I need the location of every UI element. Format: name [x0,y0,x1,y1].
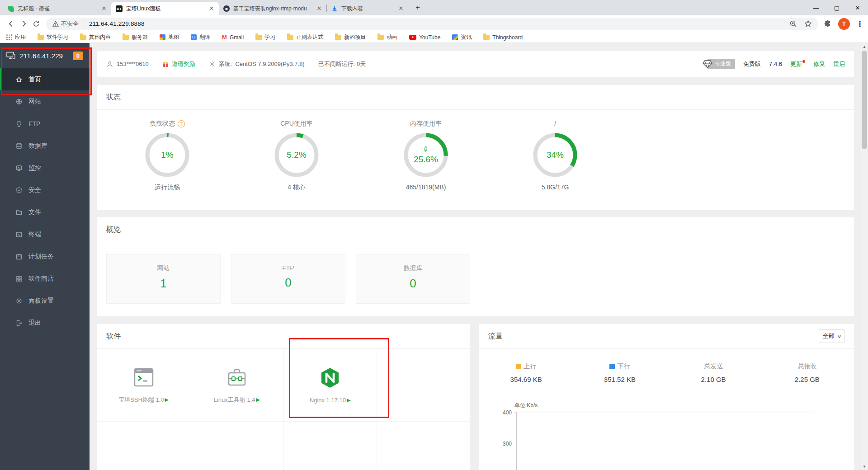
bookmark-folder[interactable]: Thingsboard [483,34,523,41]
sidebar-server-header[interactable]: 211.64.41.229 0 [0,43,90,68]
sidebar-item-files[interactable]: 文件 [0,201,90,223]
gauge-value: 34% [547,150,564,160]
window-minimize-button[interactable]: — [806,0,826,15]
restart-link[interactable]: 重启 [833,60,845,68]
repair-link[interactable]: 修复 [813,60,825,68]
sidebar-item-database[interactable]: 数据库 [0,135,90,157]
tab-title: 无标题 · 语雀 [18,5,97,13]
window-maximize-button[interactable]: ▢ [826,0,847,15]
bookmark-gmail[interactable]: MGmail [222,34,244,41]
card-value: 0 [356,277,470,291]
bookmark-label: 服务器 [132,33,148,41]
tab-close-icon[interactable]: ✕ [208,5,215,12]
bookmark-folder[interactable]: 其他内容 [80,33,111,41]
forward-button[interactable] [17,18,30,30]
run-icon[interactable]: ▶ [347,397,350,403]
card-value: 0 [231,276,345,290]
invite-reward-link[interactable]: 邀请奖励 [162,60,195,68]
bookmark-folder[interactable]: 动画 [377,33,397,41]
bookmark-label: 其他内容 [89,33,111,41]
scrollbar-down-arrow[interactable]: ▼ [861,463,868,470]
software-item-label: Nginx 1.17.10 [310,397,346,404]
scrollbar-up-arrow[interactable]: ▲ [861,43,868,50]
sidebar-item-website[interactable]: 网站 [0,90,90,113]
window-close-button[interactable]: ✕ [847,0,868,15]
tab-close-icon[interactable]: ✕ [316,5,323,12]
bookmark-maps[interactable]: 地图 [160,33,179,41]
sidebar-item-security[interactable]: 安全 [0,179,90,201]
browser-tab-bar: 无标题 · 语雀 ✕ BT 宝塔Linux面板 ✕ ◉ 基于宝塔安装nginx-… [0,0,868,15]
terminal-icon [15,231,23,238]
monitor-icon [15,164,23,172]
run-icon[interactable]: ▶ [256,397,260,403]
reload-button[interactable] [30,18,42,30]
extensions-puzzle-icon[interactable] [824,20,832,28]
translate-icon: G [191,34,197,40]
help-icon[interactable]: ? [178,120,185,127]
bookmark-folder[interactable]: 正则表达式 [287,33,323,41]
sidebar-item-label: 软件商店 [28,275,54,283]
server-ip: 211.64.41.229 [20,52,63,60]
sidebar-item-logout[interactable]: 退出 [0,312,90,334]
invite-label: 邀请奖励 [172,60,195,68]
tab-nginx-article[interactable]: ◉ 基于宝塔安装nginx-rtmp-modu ✕ [219,2,326,15]
sidebar-item-terminal[interactable]: 终端 [0,223,90,245]
message-count-badge[interactable]: 0 [73,52,83,60]
profile-avatar[interactable]: T [838,18,850,30]
sidebar-item-ftp[interactable]: FTP [0,113,90,135]
zoom-icon[interactable] [789,20,797,28]
overview-card-ftp[interactable]: FTP 0 [231,254,345,304]
browser-menu-icon[interactable]: ••• [856,20,863,27]
sidebar-item-cron[interactable]: 计划任务 [0,245,90,268]
overview-card-website[interactable]: 网站 1 [106,254,221,304]
sidebar-item-panel-settings[interactable]: 面板设置 [0,290,90,312]
uptime: 已不间断运行: 0天 [318,60,366,68]
overview-card-database[interactable]: 数据库 0 [356,254,470,304]
bookmark-star-icon[interactable] [804,20,812,28]
software-item-linux-toolbox[interactable]: Linux工具箱 1.4▶ [190,349,283,422]
omnibox-divider [84,20,84,28]
traffic-filter-select[interactable]: 全部 ∨ [819,329,845,343]
globe-icon [15,98,23,105]
sidebar-item-label: 文件 [28,208,41,216]
rocket-icon[interactable] [422,146,430,154]
bt-panel-page: 211.64.41.229 0 首页 网站 FTP 数据库 监控 [0,43,868,470]
tab-downloads[interactable]: 下载内容 ✕ [327,2,408,15]
run-icon[interactable]: ▶ [165,397,169,403]
user-account[interactable]: 153****0610 [106,61,149,68]
bookmarks-bar: 应用 软件学习 其他内容 服务器 地图 G翻译 MGmail 学习 正则表达式 … [0,32,868,43]
gauge-label: 内存使用率 [410,120,442,128]
bookmark-translate[interactable]: G翻译 [191,33,210,41]
system-gear-icon [209,61,216,67]
scrollbar-thumb[interactable] [862,51,867,149]
page-scrollbar[interactable]: ▲ ▼ [861,43,868,470]
tab-close-icon[interactable]: ✕ [397,5,405,12]
omnibox-url-field[interactable]: 不安全 211.64.41.229:8888 [46,18,818,30]
tab-yuque[interactable]: 无标题 · 语雀 ✕ [4,2,111,15]
update-link[interactable]: 更新 [790,60,805,68]
bt-icon: BT [116,5,123,12]
sidebar-item-app-store[interactable]: 软件商店 [0,268,90,290]
window-controls: — ▢ ✕ [806,0,868,15]
sidebar-item-monitor[interactable]: 监控 [0,157,90,179]
software-item-ssh-terminal[interactable]: 宝塔SSH终端 1.0▶ [97,349,190,422]
nginx-icon [320,367,340,389]
bookmark-news[interactable]: 资讯 [452,33,472,41]
back-button[interactable] [5,18,17,30]
gauge-value: 25.6% [414,155,438,164]
bookmark-youtube[interactable]: YouTube [409,34,440,41]
bookmark-apps[interactable]: 应用 [6,33,26,41]
tab-title: 宝塔Linux面板 [126,5,204,13]
bookmark-folder[interactable]: 新的项目 [335,33,366,41]
bookmark-folder[interactable]: 软件学习 [38,33,68,41]
tab-bt-panel[interactable]: BT 宝塔Linux面板 ✕ [111,2,219,15]
software-item-nginx[interactable]: Nginx 1.17.10▶ [284,349,377,422]
new-tab-button[interactable]: + [412,2,424,14]
sidebar-item-home[interactable]: 首页 [0,68,90,90]
pro-edition-badge[interactable]: 专业版 [702,59,735,69]
warning-icon [52,21,59,27]
tab-close-icon[interactable]: ✕ [100,5,108,12]
security-warning[interactable]: 不安全 [52,20,79,28]
bookmark-folder[interactable]: 服务器 [123,33,148,41]
bookmark-folder[interactable]: 学习 [255,33,275,41]
